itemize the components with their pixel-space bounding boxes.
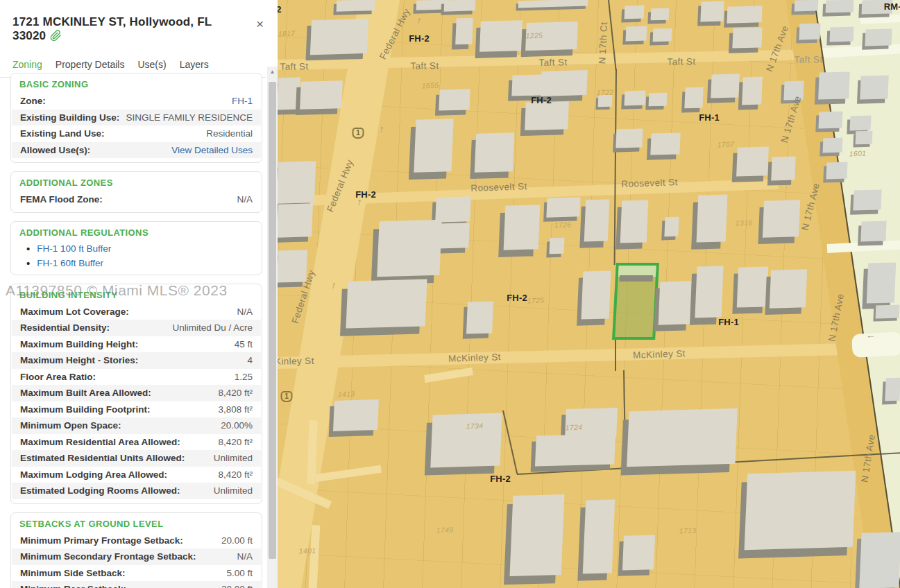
row-label: Maximum Residential Area Allowed: [20, 437, 180, 447]
map-building [885, 378, 900, 401]
road [424, 368, 473, 383]
zone-boundary-line [623, 370, 627, 474]
map-building [525, 101, 569, 130]
section-heading: ADDITIONAL REGULATIONS [19, 227, 253, 239]
bullet-icon: • [26, 243, 30, 254]
row-label: Zone: [20, 96, 46, 106]
zoning-row: Maximum Height - Stories:4 [12, 352, 261, 369]
zoning-row: Maximum Lot Coverage:N/A [12, 304, 261, 320]
map-building [859, 532, 900, 588]
row-value: 8,420 ft² [218, 437, 253, 447]
panel-scrollbar[interactable]: ▲ [267, 67, 278, 588]
row-label: Minimum Primary Frontage Setback: [20, 535, 183, 546]
map-building [860, 221, 886, 242]
parcel-number: 1401 [298, 546, 316, 555]
row-label: Minimum Side Setback: [20, 568, 126, 578]
close-icon[interactable]: × [256, 17, 264, 31]
zoning-row: Minimum Rear Setback:20.00 ft [12, 581, 261, 588]
zoning-row: Maximum Residential Area Allowed:8,420 f… [12, 434, 261, 451]
section-heading: ADDITIONAL ZONES [19, 178, 253, 189]
map-building [627, 408, 738, 467]
zone-boundary-line [614, 69, 617, 265]
map-building [583, 499, 615, 573]
street-label: N 17th Ave [764, 24, 790, 74]
map-building [649, 93, 668, 107]
road [315, 465, 382, 482]
map-building [830, 27, 854, 42]
zoning-row: Residential Density:Unlimited Du / Acre [12, 320, 261, 336]
section-building-intensity: BUILDING INTENSITYMaximum Lot Coverage:N… [10, 284, 262, 504]
map-building [479, 20, 523, 52]
row-value: 3,808 ft² [218, 404, 253, 415]
parcel-number: 1722 [596, 88, 613, 97]
map-building [737, 266, 769, 307]
row-value: N/A [237, 306, 253, 317]
zoning-row: Estimated Lodging Rooms Allowed:Unlimite… [12, 483, 261, 499]
map-building [711, 74, 739, 98]
map-building [799, 24, 820, 40]
share-link-icon[interactable] [50, 30, 62, 44]
row-label: Residential Density: [20, 322, 110, 333]
map-building [535, 433, 615, 466]
street-label: N 17th Ct [597, 21, 609, 64]
map-building [659, 281, 693, 325]
street-label: Taft St [794, 54, 822, 65]
map-building [546, 197, 580, 217]
map-building [414, 119, 453, 172]
row-value: Unlimited [214, 485, 253, 496]
row-value-link[interactable]: FH-1 [232, 96, 253, 106]
scrollbar-thumb[interactable] [269, 82, 276, 559]
zoning-row: Maximum Building Footprint:3,808 ft² [12, 401, 261, 418]
map-building [439, 89, 470, 110]
regulation-link[interactable]: FH-1 100 ft Buffer [37, 243, 111, 254]
one-way-arrow-icon: ↑ [378, 123, 385, 135]
zoning-row: Minimum Side Setback:5.00 ft [12, 565, 261, 582]
zoning-row: Maximum Built Area Allowed:8,420 ft² [12, 385, 261, 401]
panel-content: BASIC ZONINGZone:FH-1Existing Building U… [0, 67, 267, 588]
zone-boundary-line [615, 339, 616, 371]
regulation-item: •FH-1 100 ft Buffer [11, 241, 262, 256]
map-building [732, 27, 762, 48]
map-building [550, 238, 565, 254]
road [309, 525, 321, 588]
parcel-number: 1817 [278, 29, 295, 38]
street-label: Taft St [538, 57, 567, 68]
parcel-number: 1225 [525, 31, 543, 40]
regulation-link[interactable]: FH-1 60ft Buffer [37, 258, 103, 268]
selected-parcel-highlight[interactable] [612, 263, 659, 340]
scroll-up-arrow-icon[interactable]: ▲ [267, 69, 278, 75]
zoning-row: Zone:FH-1 [12, 93, 261, 110]
row-label: Floor Area Ratio: [20, 372, 96, 382]
zoning-map[interactable]: Taft StTaft StTaft StTaft StTaft StRoose… [278, 0, 900, 588]
map-building [278, 161, 316, 203]
map-building [653, 28, 672, 42]
map-building [625, 91, 646, 106]
map-building [626, 26, 647, 42]
map-building [867, 262, 896, 303]
zoning-row: Allowed Use(s):View Detailed Uses [12, 142, 261, 159]
map-building [466, 301, 493, 334]
panel-header: 1721 MCKINLEY ST, Hollywood, FL 33020 × [0, 0, 278, 44]
row-value: Residential [206, 128, 253, 139]
section-heading: BUILDING INTENSITY [19, 290, 253, 301]
map-building [444, 0, 476, 12]
property-address-title: 1721 MCKINLEY ST, Hollywood, FL 33020 [12, 15, 212, 42]
zone-label: FH-1 [718, 317, 739, 327]
parcel-number: 1734 [466, 422, 483, 431]
map-building [435, 196, 471, 222]
map-building [278, 250, 307, 282]
map-building [763, 200, 800, 237]
section-additional-regulations: ADDITIONAL REGULATIONS•FH-1 100 ft Buffe… [10, 221, 262, 275]
row-label: Minimum Open Space: [20, 420, 121, 431]
row-value-link[interactable]: View Detailed Uses [171, 145, 253, 155]
row-value: 20.00 ft [221, 535, 253, 546]
zoning-row: Minimum Open Space:20.00% [12, 417, 261, 434]
zone-label: FH-2 [531, 95, 552, 105]
one-way-arrow-icon: ↑ [416, 15, 422, 26]
zone-boundary-line [502, 410, 518, 474]
zone-label: FH-2 [490, 474, 511, 484]
row-label: Estimated Residential Units Allowed: [20, 453, 185, 463]
map-building [736, 146, 769, 176]
map-building [860, 75, 888, 99]
map-building [745, 471, 856, 550]
